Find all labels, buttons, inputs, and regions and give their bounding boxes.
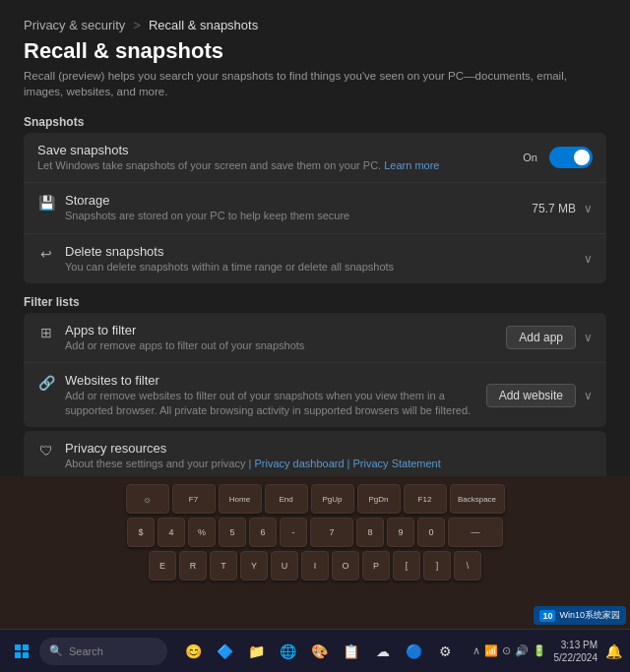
apps-to-filter-row: ⊞ Apps to filter Add or remove apps to f… (24, 313, 606, 363)
watermark-text: Win10系统家园 (559, 609, 620, 622)
storage-chevron[interactable]: ∨ (584, 202, 593, 215)
delete-snapshots-row[interactable]: ↩ Delete snapshots You can delete snapsh… (24, 234, 606, 283)
key-i[interactable]: I (301, 551, 329, 580)
taskbar-app-files[interactable]: 📁 (243, 638, 271, 665)
key-dollar[interactable]: $ (127, 518, 155, 547)
filter-section-label: Filter lists (24, 295, 606, 309)
system-clock[interactable]: 3:13 PM 5/22/2024 (554, 639, 598, 664)
key-8[interactable]: 8 (356, 518, 384, 547)
add-website-button[interactable]: Add website (486, 384, 576, 407)
websites-filter-chevron[interactable]: ∨ (584, 389, 593, 402)
key-f8[interactable]: Home (219, 484, 262, 514)
privacy-resources-card: 🛡 Privacy resources About these settings… (24, 431, 606, 480)
key-f11[interactable]: PgDn (357, 484, 401, 514)
taskbar-app-edge[interactable]: 🔷 (212, 638, 239, 665)
taskbar-app-store[interactable]: 🎨 (306, 638, 334, 665)
key-bs[interactable]: \ (454, 551, 481, 580)
wifi-icon[interactable]: ⊙ (502, 644, 511, 657)
volume-icon[interactable]: 🔊 (515, 644, 529, 657)
taskbar-app-clipboard[interactable]: 📋 (338, 638, 365, 665)
apps-filter-chevron[interactable]: ∨ (584, 331, 593, 344)
key-7[interactable]: 7 (310, 518, 353, 547)
storage-icon: 💾 (37, 194, 55, 212)
privacy-subtitle: About these settings and your privacy | … (65, 457, 593, 470)
key-f12[interactable]: F12 (404, 484, 447, 514)
save-snapshots-row: Save snapshots Let Windows take snapshot… (24, 133, 606, 183)
privacy-dashboard-link-text[interactable]: Privacy dashboard (254, 458, 344, 469)
add-app-button[interactable]: Add app (506, 326, 576, 349)
key-f7[interactable]: F7 (172, 484, 216, 514)
breadcrumb: Privacy & security > Recall & snapshots (24, 18, 606, 32)
snapshots-card: Save snapshots Let Windows take snapshot… (24, 133, 606, 283)
privacy-title: Privacy resources (65, 441, 593, 456)
watermark: 10 Win10系统家园 (534, 606, 626, 625)
storage-subtitle: Snapshots are stored on your PC to help … (65, 209, 532, 222)
key-esc[interactable]: ☼ (126, 484, 169, 514)
taskbar-app-browser[interactable]: 🌐 (275, 638, 302, 665)
privacy-statement-link[interactable]: Privacy Statement (353, 458, 441, 469)
key-5[interactable]: 5 (219, 518, 246, 547)
websites-filter-title: Websites to filter (65, 373, 486, 388)
taskbar-settings-icon[interactable]: ⚙ (432, 638, 460, 665)
key-backspace2[interactable]: — (448, 518, 503, 547)
key-p[interactable]: P (362, 551, 390, 580)
notification-icon[interactable]: 🔔 (605, 643, 622, 659)
taskbar-app-blue[interactable]: 🔵 (401, 638, 428, 665)
apps-filter-subtitle: Add or remove apps to filter out of your… (65, 338, 506, 352)
battery-icon[interactable]: 🔋 (533, 644, 546, 657)
chevron-up-icon[interactable]: ∧ (472, 644, 480, 657)
save-snapshots-title: Save snapshots (37, 143, 523, 157)
websites-filter-icon: 🔗 (37, 374, 55, 392)
key-u[interactable]: U (271, 551, 298, 580)
key-f9[interactable]: End (265, 484, 308, 514)
key-amp[interactable]: - (280, 518, 307, 547)
taskbar-right: ∧ 📶 ⊙ 🔊 🔋 3:13 PM 5/22/2024 🔔 (472, 639, 623, 664)
key-pct[interactable]: % (188, 518, 216, 547)
save-snapshots-toggle[interactable] (549, 147, 593, 168)
learn-more-link[interactable]: Learn more (384, 159, 439, 171)
filter-card: ⊞ Apps to filter Add or remove apps to f… (24, 313, 606, 427)
key-f10[interactable]: PgUp (311, 484, 354, 514)
keyboard-row-1: ☼ F7 Home End PgUp PgDn F12 Backspace (126, 484, 505, 514)
network-icon[interactable]: 📶 (484, 644, 498, 657)
breadcrumb-current: Recall & snapshots (149, 18, 258, 32)
storage-title: Storage (65, 193, 532, 208)
taskbar-apps: 😊 🔷 📁 🌐 🎨 📋 ☁ 🔵 ⚙ (171, 638, 469, 665)
system-tray-icons: ∧ 📶 ⊙ 🔊 🔋 (472, 644, 546, 657)
taskbar-app-cloud[interactable]: ☁ (369, 638, 397, 665)
key-backspace[interactable]: Backspace (450, 484, 505, 514)
websites-to-filter-row: 🔗 Websites to filter Add or remove websi… (24, 363, 606, 427)
delete-snapshots-title: Delete snapshots (65, 244, 584, 259)
apps-filter-title: Apps to filter (65, 323, 506, 337)
key-6[interactable]: 6 (249, 518, 277, 547)
save-snapshots-subtitle: Let Windows take snapshots of your scree… (37, 158, 523, 172)
taskbar-search[interactable]: 🔍 Search (39, 638, 167, 665)
privacy-links: | Privacy dashboard | Privacy Statement (249, 458, 441, 469)
storage-row[interactable]: 💾 Storage Snapshots are stored on your P… (24, 183, 606, 233)
toggle-label: On (523, 152, 537, 163)
delete-snapshots-chevron[interactable]: ∨ (584, 252, 593, 266)
privacy-icon: 🛡 (37, 442, 55, 459)
taskbar-app-emoji[interactable]: 😊 (180, 638, 208, 665)
key-o[interactable]: O (332, 551, 359, 580)
start-button[interactable] (8, 638, 35, 665)
key-0[interactable]: 0 (417, 518, 445, 547)
key-4[interactable]: 4 (158, 518, 185, 547)
privacy-resources-row: 🛡 Privacy resources About these settings… (24, 431, 606, 480)
key-y[interactable]: Y (240, 551, 268, 580)
key-r[interactable]: R (179, 551, 207, 580)
breadcrumb-separator: > (133, 18, 141, 32)
keyboard-row-3: E R T Y U I O P [ ] \ (149, 551, 481, 580)
key-e[interactable]: E (149, 551, 176, 580)
websites-filter-subtitle: Add or remove websites to filter out of … (65, 389, 486, 417)
taskbar-search-text: Search (69, 645, 103, 657)
key-t[interactable]: T (210, 551, 237, 580)
key-rbrak[interactable]: ] (423, 551, 451, 580)
page-description: Recall (preview) helps you search your s… (24, 68, 606, 99)
clock-time: 3:13 PM (554, 639, 598, 651)
key-9[interactable]: 9 (387, 518, 414, 547)
taskbar: 🔍 Search 😊 🔷 📁 🌐 🎨 📋 ☁ 🔵 ⚙ ∧ 📶 ⊙ 🔊 🔋 3:1… (0, 629, 630, 672)
breadcrumb-parent[interactable]: Privacy & security (24, 18, 125, 32)
key-lbrak[interactable]: [ (393, 551, 420, 580)
watermark-logo: 10 (539, 610, 555, 622)
